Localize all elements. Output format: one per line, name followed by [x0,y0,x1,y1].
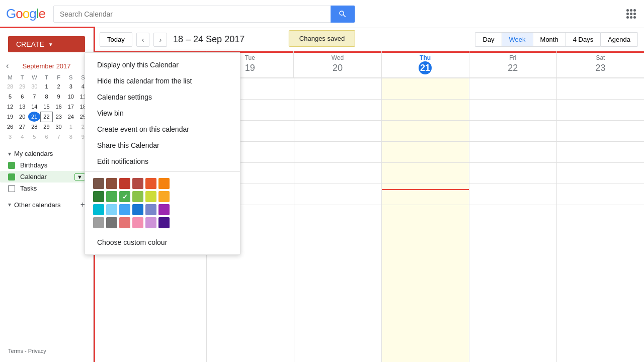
mini-cal-day[interactable]: 2 [53,81,65,92]
swatch-grape[interactable] [158,204,170,215]
mini-cal-day[interactable]: 7 [28,92,40,102]
swatch-tangerine[interactable] [132,178,143,189]
slot[interactable] [557,120,644,141]
swatch-slate[interactable] [106,217,117,228]
mini-cal-day[interactable]: 24 [65,112,77,122]
slot[interactable] [557,205,644,226]
swatch-flamingo[interactable] [106,178,117,189]
mini-cal-day[interactable]: 8 [40,92,52,102]
terms-link[interactable]: Terms [8,348,23,354]
mini-cal-day[interactable]: 21 [28,112,40,122]
slot[interactable] [557,184,644,205]
slot[interactable] [294,141,381,162]
slot[interactable] [294,120,381,141]
swatch-blueberry[interactable] [132,204,143,215]
other-calendars-header[interactable]: ▾ Other calendars + [0,198,93,211]
mini-cal-day[interactable]: 22 [40,112,52,122]
view-month-button[interactable]: Month [533,32,566,47]
slot[interactable] [382,184,469,205]
swatch-cobalt[interactable] [119,204,130,215]
mini-cal-day[interactable]: 3 [65,81,77,92]
mini-cal-day[interactable]: 19 [4,112,16,122]
mini-cal-day[interactable]: 28 [4,81,16,92]
slot[interactable] [382,141,469,162]
slot[interactable] [557,141,644,162]
search-input[interactable] [54,10,331,18]
slot[interactable] [294,205,381,226]
mini-cal-day[interactable]: 30 [53,122,65,132]
slot[interactable] [294,78,381,99]
mini-cal-day[interactable]: 10 [65,92,77,102]
mini-cal-day[interactable]: 8 [65,132,77,142]
slot[interactable] [469,162,556,184]
swatch-peacock[interactable] [93,204,104,215]
mini-cal-day[interactable]: 30 [28,81,40,92]
slot[interactable] [294,162,381,184]
swatch-wisteria[interactable] [145,217,156,228]
slot[interactable] [469,184,556,205]
today-button[interactable]: Today [100,32,132,47]
view-4days-button[interactable]: 4 Days [566,32,600,47]
choose-custom-colour[interactable]: Choose custom colour [85,234,240,250]
mini-cal-day[interactable]: 6 [16,92,28,102]
menu-hide-calendar[interactable]: Hide this calendar from the list [85,73,240,89]
prev-week-button[interactable]: ‹ [136,33,150,47]
privacy-link[interactable]: Privacy [28,348,46,354]
slot[interactable] [382,205,469,226]
calendar-menu-btn[interactable]: ▼ [74,173,85,180]
col-sat[interactable] [556,78,644,362]
mini-cal-day[interactable]: 9 [53,92,65,102]
search-button[interactable] [331,6,355,23]
create-button[interactable]: CREATE ▼ [8,36,85,52]
slot[interactable] [557,99,644,120]
mini-cal-day[interactable]: 28 [28,122,40,132]
view-week-button[interactable]: Week [502,32,533,47]
swatch-cocoa[interactable] [93,178,104,189]
mini-cal-day[interactable]: 12 [4,102,16,112]
mini-cal-day[interactable]: 29 [16,81,28,92]
col-thu[interactable] [381,78,469,362]
swatch-pumpkin[interactable] [145,178,156,189]
slot[interactable] [469,78,556,99]
mini-cal-day[interactable]: 26 [4,122,16,132]
menu-edit-notifications[interactable]: Edit notifications [85,153,240,169]
swatch-lavender[interactable] [145,204,156,215]
swatch-banana[interactable] [158,191,170,202]
mini-cal-day[interactable]: 4 [16,132,28,142]
view-day-button[interactable]: Day [475,32,501,47]
mini-cal-day[interactable]: 23 [53,112,65,122]
mini-cal-day[interactable]: 3 [4,132,16,142]
calendar-item-calendar[interactable]: Calendar ▼ [0,171,93,183]
mini-cal-day[interactable]: 27 [16,122,28,132]
mini-cal-prev[interactable]: ‹ [4,60,11,71]
swatch-pistachio[interactable] [132,191,143,202]
slot[interactable] [382,120,469,141]
slot[interactable] [557,162,644,184]
slot[interactable] [557,78,644,99]
swatch-tomato[interactable] [119,178,130,189]
calendar-item-tasks[interactable]: Tasks [0,183,93,194]
slot[interactable] [469,205,556,226]
next-week-button[interactable]: › [153,33,167,47]
menu-share-calendar[interactable]: Share this Calendar [85,137,240,153]
col-wed[interactable] [294,78,381,362]
swatch-avocado[interactable] [145,191,156,202]
mini-cal-day[interactable]: 16 [53,102,65,112]
swatch-cherry[interactable] [119,217,130,228]
mini-cal-day[interactable]: 20 [16,112,28,122]
swatch-amethyst[interactable] [158,217,170,228]
tasks-checkbox[interactable] [8,185,15,192]
slot[interactable] [294,184,381,205]
view-agenda-button[interactable]: Agenda [600,32,638,47]
swatch-mango[interactable] [158,178,170,189]
col-fri[interactable] [469,78,556,362]
swatch-sage[interactable] [106,191,117,202]
calendar-item-birthdays[interactable]: Birthdays [0,159,93,171]
mini-cal-day[interactable]: 7 [53,132,65,142]
slot[interactable] [382,162,469,184]
mini-cal-day[interactable]: 6 [40,132,52,142]
mini-cal-title[interactable]: September 2017 [22,62,70,70]
menu-display-only[interactable]: Display only this Calendar [85,57,240,73]
apps-icon[interactable] [624,7,638,21]
mini-cal-day[interactable]: 29 [40,122,52,132]
